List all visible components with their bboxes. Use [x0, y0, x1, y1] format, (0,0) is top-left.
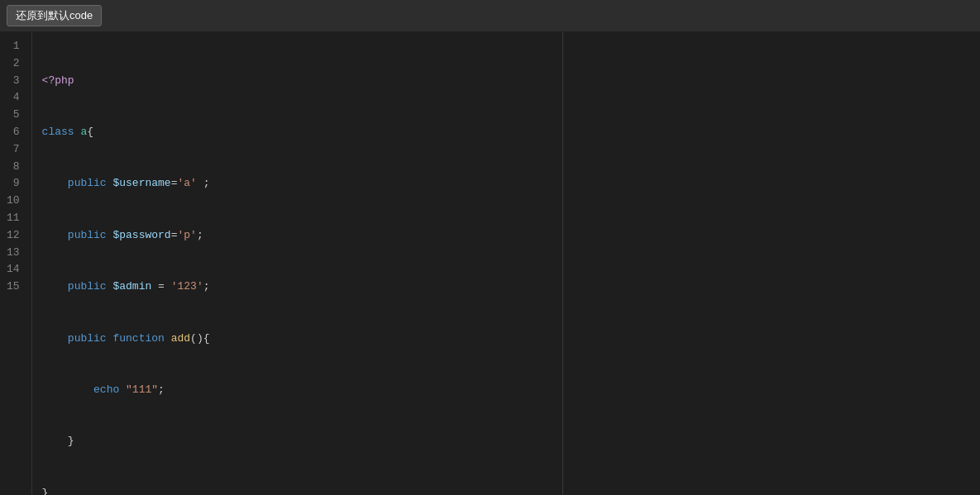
reset-button[interactable]: 还原到默认code: [7, 5, 102, 26]
top-toolbar: 还原到默认code: [0, 0, 980, 31]
editor-container: 还原到默认code 1 2 3 4 5 6 7 8 9 10 11 12 13 …: [0, 0, 980, 495]
code-editor-area: 1 2 3 4 5 6 7 8 9 10 11 12 13 14 15 <?ph…: [0, 31, 980, 495]
line-numbers: 1 2 3 4 5 6 7 8 9 10 11 12 13 14 15: [0, 31, 32, 495]
code-content[interactable]: <?php class a{ public $username='a' ; pu…: [32, 31, 980, 495]
vertical-divider: [562, 31, 563, 495]
